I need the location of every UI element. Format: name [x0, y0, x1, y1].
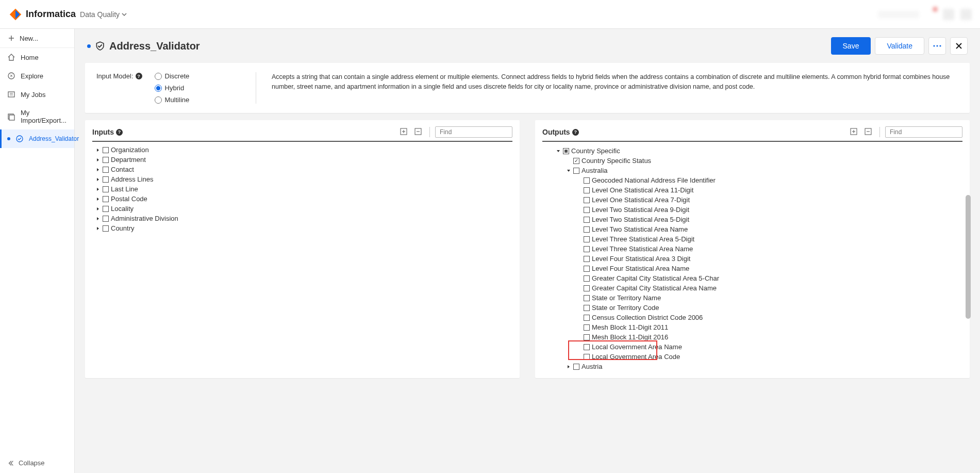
tree-node-aus-13[interactable]: State or Territory Code [592, 303, 659, 313]
help-icon[interactable]: ? [116, 129, 123, 136]
tree-checkbox[interactable] [584, 226, 590, 233]
tree-node-aus-14[interactable]: Census Collection District Code 2006 [592, 313, 703, 322]
tree-checkbox[interactable] [103, 216, 109, 222]
tree-node-aus-2[interactable]: Level One Statistical Area 7-Digit [592, 195, 690, 205]
product-switcher[interactable]: Data Quality [80, 10, 127, 19]
tree-checkbox[interactable] [584, 275, 590, 282]
expand-all-button[interactable] [849, 126, 860, 138]
tree-node-input-2[interactable]: Contact [111, 165, 134, 174]
inputs-find-input[interactable] [435, 126, 512, 138]
tree-node-aus-11[interactable]: Greater Capital City Statistical Area Na… [592, 283, 717, 293]
nav-home[interactable]: Home [0, 48, 74, 67]
help-icon[interactable]: ? [136, 73, 142, 79]
tree-caret[interactable] [95, 168, 101, 172]
collapse-all-button[interactable] [863, 126, 874, 138]
tree-checkbox[interactable] [103, 167, 109, 173]
tree-node-input-6[interactable]: Locality [111, 204, 134, 214]
tree-caret[interactable] [95, 207, 101, 211]
tree-caret[interactable] [95, 148, 101, 152]
tree-caret[interactable] [95, 177, 101, 182]
tree-node-input-4[interactable]: Last Line [111, 184, 138, 194]
notification-icon[interactable] [925, 9, 937, 20]
tree-node-aus-4[interactable]: Level Two Statistical Area 5-Digit [592, 215, 689, 224]
tree-checkbox[interactable] [103, 206, 109, 212]
tree-checkbox[interactable] [103, 147, 109, 153]
new-button[interactable]: New... [0, 29, 74, 48]
tree-checkbox[interactable] [584, 295, 590, 301]
tree-node-input-8[interactable]: Country [111, 223, 135, 233]
tree-node-aus-18[interactable]: Local Government Area Code [592, 352, 680, 362]
validate-button[interactable]: Validate [875, 37, 924, 55]
tree-checkbox[interactable] [584, 334, 590, 340]
tree-caret[interactable] [95, 217, 101, 221]
tree-checkbox[interactable] [103, 186, 109, 192]
tree-checkbox[interactable] [584, 197, 590, 203]
tree-checkbox[interactable] [573, 168, 579, 174]
tree-node-input-7[interactable]: Administrative Division [111, 214, 178, 223]
tree-node-country-specific[interactable]: Country Specific [571, 146, 620, 156]
tree-checkbox[interactable] [584, 236, 590, 242]
tree-node-aus-16[interactable]: Mesh Block 11-Digit 2016 [592, 332, 668, 342]
nav-importexport[interactable]: My Import/Export... [0, 104, 74, 129]
tree-checkbox[interactable] [584, 305, 590, 311]
tree-checkbox[interactable] [584, 354, 590, 360]
nav-asset-address-validator[interactable]: Address_Validator [0, 129, 74, 148]
tree-caret[interactable] [556, 149, 561, 153]
tree-checkbox[interactable] [584, 256, 590, 262]
tree-node-aus-8[interactable]: Level Four Statistical Area 3 Digit [592, 254, 690, 264]
tree-node-aus-1[interactable]: Level One Statistical Area 11-Digit [592, 185, 693, 195]
tree-checkbox[interactable] [103, 176, 109, 183]
tree-checkbox[interactable] [584, 217, 590, 223]
tree-caret[interactable] [566, 365, 571, 369]
tree-node-aus-9[interactable]: Level Four Statistical Area Name [592, 264, 689, 273]
tree-caret[interactable] [95, 158, 101, 162]
tree-node-aus-3[interactable]: Level Two Statistical Area 9-Digit [592, 205, 689, 215]
close-button[interactable] [950, 37, 968, 55]
tree-node-australia[interactable]: Australia [582, 166, 608, 175]
tree-checkbox[interactable] [103, 196, 109, 202]
tree-caret[interactable] [566, 169, 571, 173]
tree-node-input-1[interactable]: Department [111, 155, 146, 165]
tree-caret[interactable] [95, 226, 101, 231]
tree-node-aus-5[interactable]: Level Two Statistical Area Name [592, 224, 688, 234]
user-avatar[interactable] [943, 9, 954, 20]
tree-node-aus-0[interactable]: Geocoded National Address File Identifie… [592, 175, 716, 185]
collapse-sidebar[interactable]: Collapse [0, 453, 74, 473]
tree-node-input-5[interactable]: Postal Code [111, 194, 147, 204]
tree-node-aus-10[interactable]: Greater Capital City Statistical Area 5-… [592, 273, 719, 283]
outputs-find-input[interactable] [885, 126, 962, 138]
tree-checkbox[interactable] [573, 158, 579, 164]
tree-node-aus-12[interactable]: State or Territory Name [592, 293, 661, 303]
tree-node-aus-7[interactable]: Level Three Statistical Area Name [592, 244, 693, 254]
help-icon[interactable]: ? [572, 129, 579, 136]
page-scrollbar[interactable] [965, 58, 971, 473]
tree-caret[interactable] [95, 197, 101, 201]
tree-node-aus-15[interactable]: Mesh Block 11-Digit 2011 [592, 322, 668, 332]
tree-caret[interactable] [95, 187, 101, 191]
radio-discrete[interactable]: Discrete [155, 72, 190, 80]
tree-checkbox[interactable] [103, 225, 109, 232]
tree-node-austria[interactable]: Austria [582, 362, 602, 371]
tree-node-country-specific-status[interactable]: Country Specific Status [582, 156, 651, 166]
more-menu-button[interactable] [928, 37, 946, 55]
nav-myjobs[interactable]: My Jobs [0, 85, 74, 104]
tree-checkbox[interactable] [584, 207, 590, 213]
radio-multiline[interactable]: Multiline [155, 96, 190, 104]
radio-hybrid[interactable]: Hybrid [155, 84, 190, 92]
tree-checkbox[interactable] [103, 157, 109, 163]
tree-node-input-0[interactable]: Organization [111, 145, 149, 155]
tree-checkbox[interactable] [573, 364, 579, 370]
save-button[interactable]: Save [831, 37, 871, 55]
tree-checkbox[interactable] [584, 266, 590, 272]
tree-checkbox[interactable] [584, 285, 590, 291]
tree-checkbox[interactable] [584, 177, 590, 184]
tree-checkbox[interactable] [584, 324, 590, 331]
tree-checkbox[interactable] [584, 187, 590, 193]
tree-node-aus-6[interactable]: Level Three Statistical Area 5-Digit [592, 234, 694, 244]
tree-checkbox[interactable] [584, 246, 590, 252]
help-icon[interactable] [960, 9, 972, 20]
tree-node-aus-17[interactable]: Local Government Area Name [592, 342, 682, 352]
tree-node-input-3[interactable]: Address Lines [111, 174, 153, 184]
nav-explore[interactable]: Explore [0, 67, 74, 85]
collapse-all-button[interactable] [413, 126, 424, 138]
